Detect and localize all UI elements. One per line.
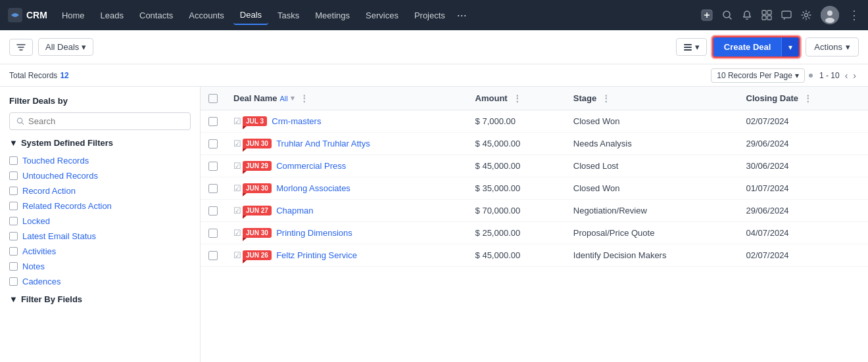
deal-name-link[interactable]: Morlong Associates: [276, 183, 350, 193]
deal-name-link[interactable]: Crm-masters: [272, 116, 321, 126]
stage-menu-icon[interactable]: ⋮: [602, 93, 610, 103]
filter-checkbox[interactable]: [9, 247, 18, 256]
prev-page-button[interactable]: ‹: [842, 69, 851, 82]
filter-cadences[interactable]: Cadences: [9, 274, 191, 289]
svg-rect-3: [762, 11, 766, 14]
amount-cell: $ 7,000.00: [468, 110, 566, 133]
deal-name-link[interactable]: Printing Dimensions: [276, 228, 352, 238]
expand-icon: ▼: [9, 294, 18, 304]
notifications-button[interactable]: [742, 10, 752, 20]
filter-checkbox[interactable]: [9, 171, 18, 180]
deal-name-link[interactable]: Commercial Press: [276, 161, 346, 171]
closing-date-cell: 02/07/2024: [738, 244, 868, 267]
filter-by-fields-header[interactable]: ▼ Filter By Fields: [9, 294, 191, 304]
filter-checkbox[interactable]: [9, 187, 18, 195]
filter-locked[interactable]: Locked: [9, 214, 191, 229]
stage-header: Stage ⋮: [566, 87, 738, 110]
select-all-checkbox[interactable]: [208, 94, 218, 103]
filter-notes[interactable]: Notes: [9, 259, 191, 274]
nav-services[interactable]: Services: [359, 7, 405, 24]
filter-checkbox[interactable]: [9, 156, 18, 165]
app-logo[interactable]: CRM: [8, 8, 47, 22]
total-records-count: 12: [60, 71, 68, 80]
table-header-row: Deal Name All ▾ ⋮ Amount ⋮: [201, 87, 868, 110]
row-checkbox[interactable]: [208, 117, 218, 126]
actions-label: Actions: [814, 42, 842, 52]
settings-button[interactable]: [801, 10, 811, 20]
svg-point-10: [827, 11, 832, 16]
sidebar-toggle[interactable]: ⋮: [848, 8, 860, 22]
chat-button[interactable]: [781, 10, 792, 20]
filter-untouched-records[interactable]: Untouched Records: [9, 168, 191, 183]
per-page-select[interactable]: 10 Records Per Page ▾: [711, 68, 805, 83]
filter-checkbox[interactable]: [9, 277, 18, 286]
amount-menu-icon[interactable]: ⋮: [513, 93, 521, 103]
pagination-separator: [809, 74, 813, 78]
deal-name-cell: ☑ JUN 30 Morlong Associates: [226, 177, 468, 200]
layout-button[interactable]: [761, 10, 772, 20]
filter-checkbox[interactable]: [9, 262, 18, 271]
nav-meetings[interactable]: Meetings: [308, 7, 356, 24]
nav-deals[interactable]: Deals: [233, 6, 268, 25]
add-button[interactable]: [701, 9, 713, 21]
filter-latest-email-status[interactable]: Latest Email Status: [9, 229, 191, 244]
create-deal-button[interactable]: Create Deal: [713, 37, 782, 57]
all-deals-button[interactable]: All Deals ▾: [38, 38, 93, 56]
records-bar: Total Records 12 10 Records Per Page ▾ 1…: [0, 64, 868, 87]
search-nav-button[interactable]: [722, 10, 733, 20]
nav-tasks[interactable]: Tasks: [271, 7, 306, 24]
nav-contacts[interactable]: Contacts: [133, 7, 180, 24]
filter-label: Record Action: [22, 186, 76, 196]
closing-date-header: Closing Date ⋮: [738, 87, 868, 110]
nav-more-button[interactable]: ···: [454, 9, 470, 22]
search-input[interactable]: [28, 116, 183, 126]
filter-activities[interactable]: Activities: [9, 244, 191, 259]
filter-label: Cadences: [22, 277, 61, 286]
row-checkbox[interactable]: [208, 251, 218, 260]
filter-checkbox[interactable]: [9, 202, 18, 210]
filter-button[interactable]: [9, 39, 33, 56]
total-records-label: Total Records: [9, 71, 57, 80]
closing-date-menu-icon[interactable]: ⋮: [804, 93, 812, 103]
user-avatar[interactable]: [821, 6, 839, 24]
filter-touched-records[interactable]: Touched Records: [9, 153, 191, 168]
view-toggle-button[interactable]: ▾: [676, 38, 707, 56]
filter-checkbox[interactable]: [9, 232, 18, 240]
deal-name-menu-icon[interactable]: ⋮: [300, 93, 308, 103]
row-checkbox-cell: [201, 222, 226, 244]
main-toolbar: All Deals ▾ ▾ Create Deal ▾ Actions ▾: [0, 30, 868, 64]
nav-accounts[interactable]: Accounts: [182, 7, 230, 24]
filter-record-action[interactable]: Record Action: [9, 183, 191, 198]
row-checkbox[interactable]: [208, 162, 218, 171]
nav-home[interactable]: Home: [55, 7, 91, 24]
row-checkbox[interactable]: [208, 206, 218, 215]
filter-related-records-action[interactable]: Related Records Action: [9, 198, 191, 214]
actions-arrow-icon: ▾: [846, 42, 850, 52]
deal-name-sort-icon[interactable]: ▾: [291, 94, 295, 102]
row-checkbox[interactable]: [208, 184, 218, 193]
svg-point-11: [825, 18, 834, 23]
row-checkbox-cell: [201, 133, 226, 155]
system-filters-label: System Defined Filters: [21, 138, 113, 148]
deal-name-filter-tag[interactable]: All: [279, 95, 287, 102]
stage-cell: Identify Decision Makers: [566, 244, 738, 267]
row-checkbox[interactable]: [208, 139, 218, 148]
filter-checkbox[interactable]: [9, 217, 18, 225]
deal-name-link[interactable]: Chapman: [276, 206, 313, 215]
actions-button[interactable]: Actions ▾: [806, 37, 859, 57]
deal-name-link[interactable]: Truhlar And Truhlar Attys: [276, 139, 370, 148]
check-icon: ☑: [233, 206, 241, 215]
app-name: CRM: [26, 10, 47, 20]
select-all-header: [201, 87, 226, 110]
check-icon: ☑: [233, 139, 241, 148]
deal-name-link[interactable]: Feltz Printing Service: [276, 250, 357, 260]
nav-projects[interactable]: Projects: [408, 7, 452, 24]
next-page-button[interactable]: ›: [850, 69, 859, 82]
deal-name-cell: ☑ JUN 26 Feltz Printing Service: [226, 244, 468, 267]
amount-cell: $ 45,000.00: [468, 244, 566, 267]
create-deal-dropdown-button[interactable]: ▾: [781, 37, 799, 57]
nav-leads[interactable]: Leads: [94, 7, 130, 24]
row-checkbox[interactable]: [208, 229, 218, 238]
system-filters-header[interactable]: ▼ System Defined Filters: [9, 138, 191, 148]
deal-name-cell: ☑ JUN 30 Truhlar And Truhlar Attys: [226, 133, 468, 155]
